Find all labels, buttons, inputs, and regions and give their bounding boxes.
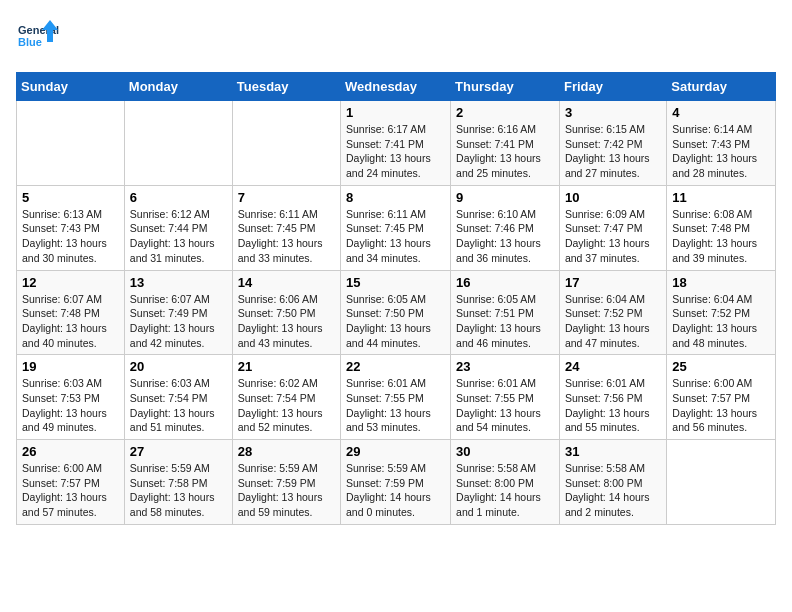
day-info: Sunrise: 5:58 AM Sunset: 8:00 PM Dayligh… (565, 461, 661, 520)
calendar-week-row: 5Sunrise: 6:13 AM Sunset: 7:43 PM Daylig… (17, 185, 776, 270)
calendar-cell: 9Sunrise: 6:10 AM Sunset: 7:46 PM Daylig… (451, 185, 560, 270)
day-number: 17 (565, 275, 661, 290)
day-info: Sunrise: 6:15 AM Sunset: 7:42 PM Dayligh… (565, 122, 661, 181)
day-info: Sunrise: 6:03 AM Sunset: 7:53 PM Dayligh… (22, 376, 119, 435)
calendar-cell: 5Sunrise: 6:13 AM Sunset: 7:43 PM Daylig… (17, 185, 125, 270)
calendar-cell: 20Sunrise: 6:03 AM Sunset: 7:54 PM Dayli… (124, 355, 232, 440)
day-number: 30 (456, 444, 554, 459)
calendar-cell: 14Sunrise: 6:06 AM Sunset: 7:50 PM Dayli… (232, 270, 340, 355)
day-number: 29 (346, 444, 445, 459)
day-of-week-tuesday: Tuesday (232, 73, 340, 101)
day-number: 2 (456, 105, 554, 120)
logo-svg: General Blue (16, 16, 60, 60)
calendar-cell (124, 101, 232, 186)
calendar-cell: 11Sunrise: 6:08 AM Sunset: 7:48 PM Dayli… (667, 185, 776, 270)
day-info: Sunrise: 6:01 AM Sunset: 7:56 PM Dayligh… (565, 376, 661, 435)
day-number: 28 (238, 444, 335, 459)
day-of-week-wednesday: Wednesday (341, 73, 451, 101)
day-of-week-sunday: Sunday (17, 73, 125, 101)
day-info: Sunrise: 6:07 AM Sunset: 7:48 PM Dayligh… (22, 292, 119, 351)
day-info: Sunrise: 6:04 AM Sunset: 7:52 PM Dayligh… (565, 292, 661, 351)
calendar-cell: 28Sunrise: 5:59 AM Sunset: 7:59 PM Dayli… (232, 440, 340, 525)
day-info: Sunrise: 5:59 AM Sunset: 7:58 PM Dayligh… (130, 461, 227, 520)
day-number: 6 (130, 190, 227, 205)
day-number: 27 (130, 444, 227, 459)
day-info: Sunrise: 6:12 AM Sunset: 7:44 PM Dayligh… (130, 207, 227, 266)
calendar-cell: 31Sunrise: 5:58 AM Sunset: 8:00 PM Dayli… (559, 440, 666, 525)
day-number: 4 (672, 105, 770, 120)
logo: General Blue (16, 16, 60, 60)
calendar-week-row: 12Sunrise: 6:07 AM Sunset: 7:48 PM Dayli… (17, 270, 776, 355)
calendar-cell: 29Sunrise: 5:59 AM Sunset: 7:59 PM Dayli… (341, 440, 451, 525)
day-info: Sunrise: 6:05 AM Sunset: 7:50 PM Dayligh… (346, 292, 445, 351)
calendar-cell: 12Sunrise: 6:07 AM Sunset: 7:48 PM Dayli… (17, 270, 125, 355)
day-info: Sunrise: 6:03 AM Sunset: 7:54 PM Dayligh… (130, 376, 227, 435)
day-info: Sunrise: 6:02 AM Sunset: 7:54 PM Dayligh… (238, 376, 335, 435)
day-of-week-saturday: Saturday (667, 73, 776, 101)
day-info: Sunrise: 6:08 AM Sunset: 7:48 PM Dayligh… (672, 207, 770, 266)
page-header: General Blue (16, 16, 776, 60)
calendar-cell: 16Sunrise: 6:05 AM Sunset: 7:51 PM Dayli… (451, 270, 560, 355)
calendar-cell: 4Sunrise: 6:14 AM Sunset: 7:43 PM Daylig… (667, 101, 776, 186)
calendar-week-row: 19Sunrise: 6:03 AM Sunset: 7:53 PM Dayli… (17, 355, 776, 440)
day-number: 1 (346, 105, 445, 120)
day-number: 8 (346, 190, 445, 205)
day-number: 9 (456, 190, 554, 205)
day-number: 21 (238, 359, 335, 374)
day-number: 24 (565, 359, 661, 374)
calendar-header-row: SundayMondayTuesdayWednesdayThursdayFrid… (17, 73, 776, 101)
calendar-cell: 7Sunrise: 6:11 AM Sunset: 7:45 PM Daylig… (232, 185, 340, 270)
calendar-cell: 13Sunrise: 6:07 AM Sunset: 7:49 PM Dayli… (124, 270, 232, 355)
day-info: Sunrise: 6:00 AM Sunset: 7:57 PM Dayligh… (672, 376, 770, 435)
day-number: 11 (672, 190, 770, 205)
day-info: Sunrise: 6:09 AM Sunset: 7:47 PM Dayligh… (565, 207, 661, 266)
day-number: 14 (238, 275, 335, 290)
calendar-week-row: 1Sunrise: 6:17 AM Sunset: 7:41 PM Daylig… (17, 101, 776, 186)
calendar-table: SundayMondayTuesdayWednesdayThursdayFrid… (16, 72, 776, 525)
calendar-cell: 10Sunrise: 6:09 AM Sunset: 7:47 PM Dayli… (559, 185, 666, 270)
day-info: Sunrise: 6:10 AM Sunset: 7:46 PM Dayligh… (456, 207, 554, 266)
day-info: Sunrise: 6:04 AM Sunset: 7:52 PM Dayligh… (672, 292, 770, 351)
calendar-cell: 23Sunrise: 6:01 AM Sunset: 7:55 PM Dayli… (451, 355, 560, 440)
calendar-cell: 3Sunrise: 6:15 AM Sunset: 7:42 PM Daylig… (559, 101, 666, 186)
day-number: 15 (346, 275, 445, 290)
calendar-cell: 15Sunrise: 6:05 AM Sunset: 7:50 PM Dayli… (341, 270, 451, 355)
day-of-week-friday: Friday (559, 73, 666, 101)
day-number: 3 (565, 105, 661, 120)
calendar-cell: 26Sunrise: 6:00 AM Sunset: 7:57 PM Dayli… (17, 440, 125, 525)
day-info: Sunrise: 6:05 AM Sunset: 7:51 PM Dayligh… (456, 292, 554, 351)
day-info: Sunrise: 6:11 AM Sunset: 7:45 PM Dayligh… (346, 207, 445, 266)
day-number: 26 (22, 444, 119, 459)
day-of-week-monday: Monday (124, 73, 232, 101)
svg-text:Blue: Blue (18, 36, 42, 48)
calendar-cell (17, 101, 125, 186)
day-number: 10 (565, 190, 661, 205)
calendar-cell: 22Sunrise: 6:01 AM Sunset: 7:55 PM Dayli… (341, 355, 451, 440)
calendar-cell: 1Sunrise: 6:17 AM Sunset: 7:41 PM Daylig… (341, 101, 451, 186)
day-info: Sunrise: 6:11 AM Sunset: 7:45 PM Dayligh… (238, 207, 335, 266)
day-of-week-thursday: Thursday (451, 73, 560, 101)
day-info: Sunrise: 6:07 AM Sunset: 7:49 PM Dayligh… (130, 292, 227, 351)
day-info: Sunrise: 6:14 AM Sunset: 7:43 PM Dayligh… (672, 122, 770, 181)
day-number: 25 (672, 359, 770, 374)
day-number: 12 (22, 275, 119, 290)
day-info: Sunrise: 6:00 AM Sunset: 7:57 PM Dayligh… (22, 461, 119, 520)
day-number: 18 (672, 275, 770, 290)
calendar-week-row: 26Sunrise: 6:00 AM Sunset: 7:57 PM Dayli… (17, 440, 776, 525)
day-number: 20 (130, 359, 227, 374)
calendar-cell: 19Sunrise: 6:03 AM Sunset: 7:53 PM Dayli… (17, 355, 125, 440)
day-number: 7 (238, 190, 335, 205)
calendar-cell: 30Sunrise: 5:58 AM Sunset: 8:00 PM Dayli… (451, 440, 560, 525)
calendar-cell: 27Sunrise: 5:59 AM Sunset: 7:58 PM Dayli… (124, 440, 232, 525)
calendar-cell (667, 440, 776, 525)
day-number: 23 (456, 359, 554, 374)
calendar-cell: 21Sunrise: 6:02 AM Sunset: 7:54 PM Dayli… (232, 355, 340, 440)
day-info: Sunrise: 6:13 AM Sunset: 7:43 PM Dayligh… (22, 207, 119, 266)
day-number: 16 (456, 275, 554, 290)
day-number: 22 (346, 359, 445, 374)
day-info: Sunrise: 6:01 AM Sunset: 7:55 PM Dayligh… (456, 376, 554, 435)
day-info: Sunrise: 6:01 AM Sunset: 7:55 PM Dayligh… (346, 376, 445, 435)
calendar-cell: 8Sunrise: 6:11 AM Sunset: 7:45 PM Daylig… (341, 185, 451, 270)
day-number: 19 (22, 359, 119, 374)
calendar-cell (232, 101, 340, 186)
